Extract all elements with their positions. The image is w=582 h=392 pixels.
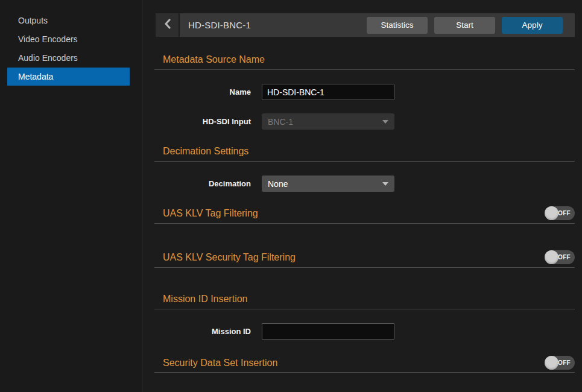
section-title: UAS KLV Security Tag Filtering (163, 252, 296, 263)
chevron-left-icon (164, 19, 171, 31)
toggle-state-label: OFF (558, 359, 571, 366)
uas-klv-security-filtering-toggle[interactable]: OFF (545, 250, 575, 264)
section-metadata-source-name: Metadata Source Name (154, 54, 575, 70)
mission-id-row: Mission ID (154, 323, 575, 340)
toggle-knob-icon (545, 250, 558, 264)
section-uas-klv-tag-filtering: UAS KLV Tag Filtering OFF (154, 206, 575, 224)
decimation-value: None (268, 179, 288, 189)
sidebar: Outputs Video Encoders Audio Encoders Me… (0, 0, 142, 392)
section-title: Mission ID Insertion (163, 294, 248, 305)
hdsdi-input-value: BNC-1 (268, 117, 293, 127)
section-title: Security Data Set Insertion (163, 358, 277, 368)
section-decimation-settings: Decimation Settings (154, 146, 575, 162)
hdsdi-input-dropdown[interactable]: BNC-1 (262, 113, 394, 130)
chevron-down-icon (382, 120, 388, 124)
mission-id-input[interactable] (262, 323, 394, 340)
sidebar-item-audio-encoders[interactable]: Audio Encoders (7, 49, 130, 67)
start-button[interactable]: Start (434, 17, 495, 34)
content-area: Metadata Source Name Name HD-SDI Input B… (154, 37, 575, 373)
section-title: Decimation Settings (163, 146, 248, 157)
hdsdi-input-label: HD-SDI Input (154, 117, 251, 126)
mission-id-label: Mission ID (154, 327, 251, 336)
toggle-knob-icon (545, 356, 558, 370)
title-bar: HD-SDI-BNC-1 Statistics Start Apply (180, 13, 575, 37)
page-title: HD-SDI-BNC-1 (188, 20, 360, 30)
main-panel: HD-SDI-BNC-1 Statistics Start Apply Meta… (143, 0, 582, 392)
name-label: Name (154, 87, 251, 96)
back-button[interactable] (156, 13, 179, 37)
decimation-label: Decimation (154, 179, 251, 188)
sidebar-item-metadata[interactable]: Metadata (7, 68, 130, 86)
hdsdi-input-row: HD-SDI Input BNC-1 (154, 113, 575, 130)
header-bar: HD-SDI-BNC-1 Statistics Start Apply (156, 13, 575, 37)
decimation-dropdown[interactable]: None (262, 175, 394, 192)
section-title: UAS KLV Tag Filtering (163, 208, 258, 219)
decimation-row: Decimation None (154, 175, 575, 192)
chevron-down-icon (382, 182, 388, 186)
section-mission-id-insertion: Mission ID Insertion (154, 294, 575, 309)
toggle-knob-icon (545, 206, 558, 220)
apply-button[interactable]: Apply (502, 17, 563, 34)
name-row: Name (154, 84, 575, 100)
statistics-button[interactable]: Statistics (367, 17, 428, 34)
toggle-state-label: OFF (558, 210, 571, 217)
section-uas-klv-security-tag-filtering: UAS KLV Security Tag Filtering OFF (154, 250, 575, 268)
sidebar-item-video-encoders[interactable]: Video Encoders (7, 30, 130, 48)
toggle-state-label: OFF (558, 254, 571, 261)
sidebar-item-outputs[interactable]: Outputs (7, 11, 130, 30)
section-title: Metadata Source Name (163, 54, 265, 65)
security-data-set-toggle[interactable]: OFF (545, 356, 575, 370)
section-security-data-set-insertion: Security Data Set Insertion OFF (154, 356, 575, 373)
name-input[interactable] (262, 84, 394, 100)
uas-klv-filtering-toggle[interactable]: OFF (545, 206, 575, 220)
